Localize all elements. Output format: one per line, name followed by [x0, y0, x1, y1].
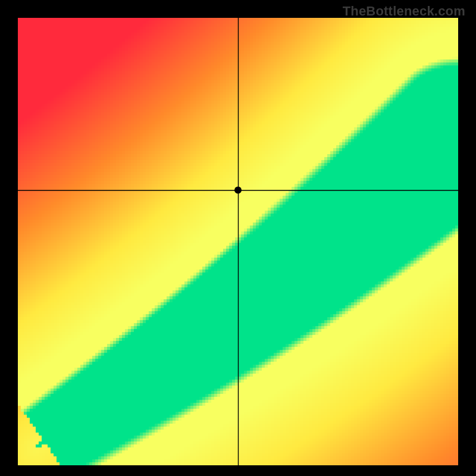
crosshair-overlay — [18, 18, 458, 465]
chart-container: TheBottleneck.com — [0, 0, 476, 476]
watermark-label: TheBottleneck.com — [343, 4, 465, 19]
